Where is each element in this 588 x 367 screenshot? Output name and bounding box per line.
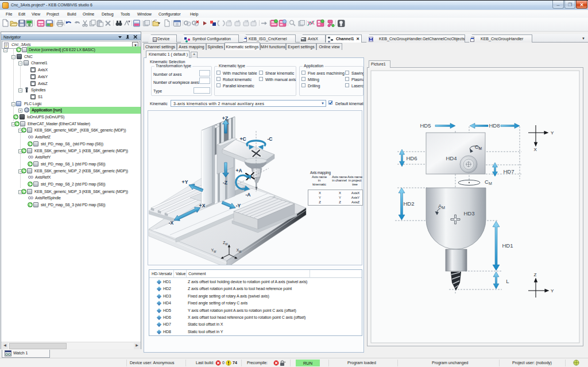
svg-text:+Y: +Y — [182, 179, 188, 185]
svg-text:HD6: HD6 — [406, 155, 417, 161]
svg-text:+A: +A — [235, 168, 242, 173]
svg-text:HD8: HD8 — [489, 122, 500, 129]
svg-text:Z: Z — [534, 272, 537, 277]
svg-text:HD5: HD5 — [420, 122, 431, 129]
svg-text:L: L — [506, 278, 509, 284]
svg-text:Y: Y — [551, 130, 554, 136]
svg-text:HD4: HD4 — [446, 155, 457, 161]
svg-text:HD1: HD1 — [502, 242, 513, 249]
svg-text:X: X — [534, 147, 537, 152]
svg-text:-Y: -Y — [236, 203, 241, 208]
svg-text:-X: -X — [169, 220, 174, 226]
svg-text:+Z: +Z — [222, 115, 228, 121]
svg-text:+C: +C — [239, 136, 246, 142]
svg-text:+X: +X — [199, 203, 206, 208]
svg-text:-A: -A — [245, 192, 250, 198]
svg-text:Y: Y — [551, 288, 554, 293]
svg-text:-C: -C — [267, 136, 272, 142]
svg-text:HD7: HD7 — [503, 168, 514, 175]
svg-text:-Z: -Z — [223, 180, 227, 186]
svg-text:HD2: HD2 — [403, 200, 414, 207]
svg-text:HD3: HD3 — [463, 210, 474, 217]
